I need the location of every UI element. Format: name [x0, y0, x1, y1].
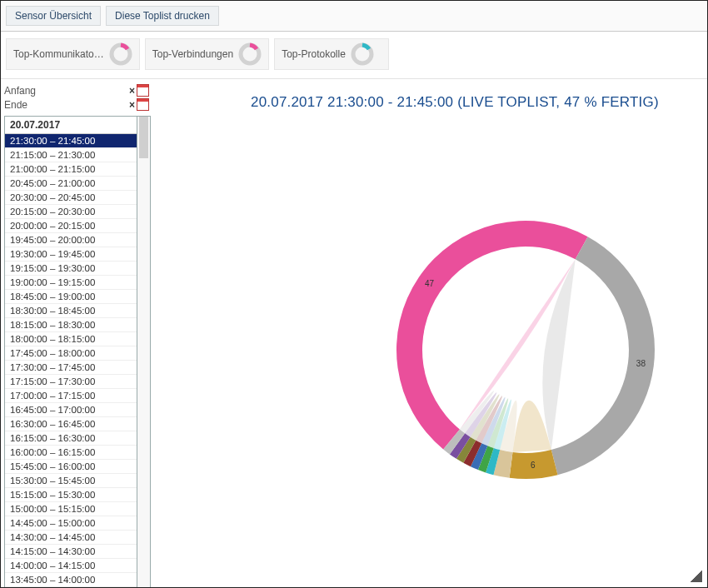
calendar-icon[interactable] [137, 98, 149, 111]
list-item[interactable]: 20:00:00 – 20:15:00 [5, 219, 137, 233]
sensor-overview-button[interactable]: Sensor Übersicht [6, 6, 101, 26]
list-item[interactable]: 17:45:00 – 18:00:00 [5, 346, 137, 361]
list-item[interactable]: 14:30:00 – 14:45:00 [5, 531, 137, 545]
interval-list: 20.07.2017 21:30:00 – 21:45:0021:15:00 –… [4, 116, 137, 588]
tab-top-protocols[interactable]: Top-Protokolle [274, 38, 389, 70]
list-item[interactable]: 21:00:00 – 21:15:00 [5, 162, 137, 177]
print-toplist-button[interactable]: Diese Toplist drucken [106, 6, 219, 26]
list-item[interactable]: 15:30:00 – 15:45:00 [5, 474, 137, 488]
tab-label: Top-Verbindungen [152, 48, 233, 60]
tab-top-connections[interactable]: Top-Verbindungen [145, 38, 269, 70]
list-item[interactable]: 16:45:00 – 17:00:00 [5, 403, 137, 417]
list-item[interactable]: 20:15:00 – 20:30:00 [5, 205, 137, 219]
toplist-tabs: Top-Kommunikato…Top-VerbindungenTop-Prot… [1, 32, 707, 79]
list-item[interactable]: 15:00:00 – 15:15:00 [5, 502, 137, 516]
list-item[interactable]: 18:00:00 – 18:15:00 [5, 332, 137, 346]
list-item[interactable]: 14:15:00 – 14:30:00 [5, 545, 137, 559]
list-item[interactable]: 13:45:00 – 14:00:00 [5, 573, 137, 587]
interval-day-header: 20.07.2017 [5, 117, 137, 134]
clear-end-icon[interactable]: × [129, 99, 135, 111]
chart-value-label: 6 [531, 461, 536, 470]
tab-top-communicators[interactable]: Top-Kommunikato… [6, 38, 140, 70]
list-item[interactable]: 19:45:00 – 20:00:00 [5, 233, 137, 247]
calendar-icon[interactable] [137, 84, 149, 97]
clear-start-icon[interactable]: × [129, 85, 135, 97]
donut-icon [238, 42, 262, 66]
list-item[interactable]: 20:30:00 – 20:45:00 [5, 191, 137, 205]
sidebar: Anfang × Ende × 20.07.2017 21:30:00 – 21… [1, 79, 151, 588]
scrollbar-thumb[interactable] [139, 117, 148, 158]
list-item[interactable]: 16:00:00 – 16:15:00 [5, 446, 137, 460]
start-date-row: Anfang × [4, 82, 151, 97]
list-item[interactable]: 21:15:00 – 21:30:00 [5, 148, 137, 162]
list-item[interactable]: 16:15:00 – 16:30:00 [5, 431, 137, 446]
list-item[interactable]: 14:00:00 – 14:15:00 [5, 559, 137, 573]
list-item[interactable]: 15:15:00 – 15:30:00 [5, 488, 137, 502]
list-item[interactable]: 17:30:00 – 17:45:00 [5, 361, 137, 375]
chart-value-label: 47 [425, 279, 435, 288]
donut-icon [109, 42, 132, 66]
donut-icon [351, 42, 374, 66]
list-item[interactable]: 18:45:00 – 19:00:00 [5, 290, 137, 304]
list-item[interactable]: 18:15:00 – 18:30:00 [5, 318, 137, 332]
list-item[interactable]: 14:45:00 – 15:00:00 [5, 516, 137, 531]
list-item[interactable]: 15:45:00 – 16:00:00 [5, 460, 137, 474]
start-date-label: Anfang [4, 85, 36, 97]
donut-chart: 47386 [367, 192, 684, 508]
page-title: 20.07.2017 21:30:00 - 21:45:00 (LIVE TOP… [151, 79, 707, 111]
resize-grip-icon [691, 571, 702, 582]
list-item[interactable]: 16:30:00 – 16:45:00 [5, 417, 137, 431]
list-item[interactable]: 19:00:00 – 19:15:00 [5, 276, 137, 290]
list-item[interactable]: 17:00:00 – 17:15:00 [5, 389, 137, 403]
interval-scrollbar[interactable] [137, 116, 151, 588]
tab-label: Top-Kommunikato… [13, 48, 104, 60]
tab-label: Top-Protokolle [282, 48, 346, 60]
toolbar: Sensor Übersicht Diese Toplist drucken [1, 1, 707, 32]
list-item[interactable]: 17:15:00 – 17:30:00 [5, 375, 137, 389]
chart-value-label: 38 [636, 359, 646, 368]
content-area: 20.07.2017 21:30:00 - 21:45:00 (LIVE TOP… [151, 79, 707, 588]
list-item[interactable]: 18:30:00 – 18:45:00 [5, 304, 137, 318]
list-item[interactable]: 21:30:00 – 21:45:00 [5, 134, 137, 148]
list-item[interactable]: 19:30:00 – 19:45:00 [5, 247, 137, 262]
end-date-row: Ende × [4, 97, 151, 111]
list-item[interactable]: 19:15:00 – 19:30:00 [5, 262, 137, 276]
list-item[interactable]: 20:45:00 – 21:00:00 [5, 177, 137, 191]
end-date-label: Ende [4, 99, 27, 111]
